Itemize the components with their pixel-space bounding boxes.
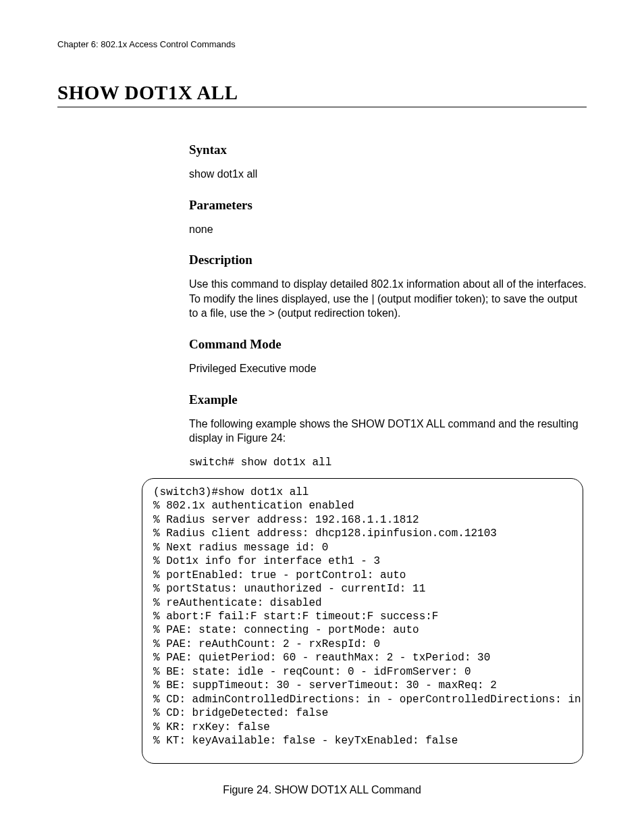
terminal-output: (switch3)#show dot1x all % 802.1x authen… (142, 478, 583, 764)
syntax-heading: Syntax (189, 142, 587, 157)
description-heading: Description (189, 253, 587, 267)
content-area: Syntax show dot1x all Parameters none De… (189, 142, 587, 469)
title-block: SHOW DOT1X ALL (57, 82, 587, 107)
example-intro: The following example shows the SHOW DOT… (189, 417, 587, 446)
command-mode-body: Privileged Executive mode (189, 361, 587, 376)
parameters-body: none (189, 222, 587, 237)
page-title: SHOW DOT1X ALL (57, 82, 587, 107)
chapter-header: Chapter 6: 802.1x Access Control Command… (57, 39, 587, 49)
command-mode-heading: Command Mode (189, 337, 587, 352)
example-command: switch# show dot1x all (189, 457, 587, 469)
page: Chapter 6: 802.1x Access Control Command… (0, 0, 644, 834)
parameters-heading: Parameters (189, 198, 587, 213)
figure-caption: Figure 24. SHOW DOT1X ALL Command (57, 784, 587, 796)
syntax-body: show dot1x all (189, 167, 587, 182)
description-body: Use this command to display detailed 802… (189, 277, 587, 321)
example-heading: Example (189, 392, 587, 407)
